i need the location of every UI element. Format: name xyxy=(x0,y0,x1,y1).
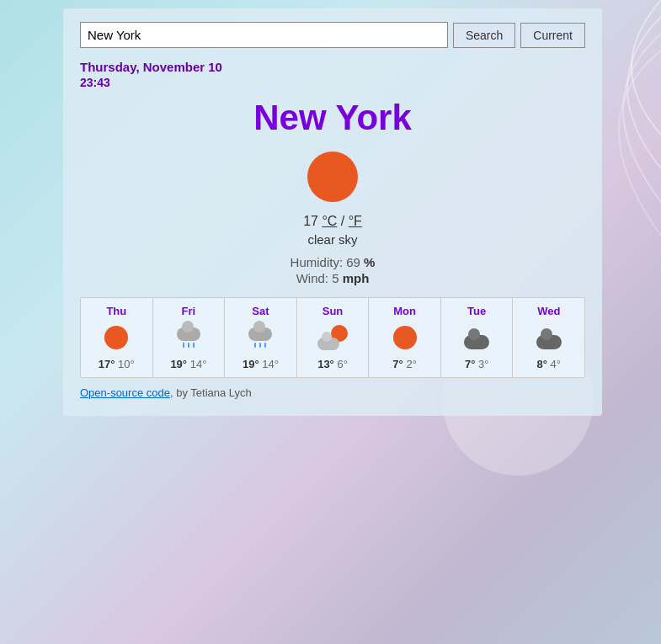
current-button[interactable]: Current xyxy=(520,23,585,48)
forecast-low: 10° xyxy=(118,358,135,370)
forecast-day-tue: Tue 7° 3° xyxy=(441,298,514,377)
cloud-shape xyxy=(177,327,200,341)
forecast-day-wed: Wed 8° 4° xyxy=(513,298,584,377)
footer: Open-source code, by Tetiana Lych xyxy=(80,386,585,399)
forecast-temps: 7° 2° xyxy=(372,358,437,370)
forecast-temps: 17° 10° xyxy=(84,358,149,370)
forecast-low: 6° xyxy=(337,358,347,370)
current-weather-icon xyxy=(80,152,585,205)
wind-label: Wind: xyxy=(296,271,328,285)
cloudy-icon xyxy=(535,326,563,349)
forecast-low: 14° xyxy=(190,358,207,370)
forecast-icon-mon xyxy=(372,322,437,353)
celsius-link[interactable]: °C xyxy=(322,214,337,228)
forecast-high: 13° xyxy=(317,358,334,370)
forecast-low: 3° xyxy=(478,358,488,370)
rain-drop xyxy=(193,343,195,348)
dark-cloud xyxy=(536,335,562,349)
forecast-day-sat: Sat 19° 14° xyxy=(225,298,297,377)
forecast-day-thu: Thu17° 10° xyxy=(81,298,153,377)
forecast-day-label: Sat xyxy=(228,305,293,317)
forecast-day-label: Sun xyxy=(301,305,365,317)
rain-icon xyxy=(177,327,200,348)
condition-display: clear sky xyxy=(80,232,585,247)
rain-icon xyxy=(248,327,272,348)
forecast-temps: 19° 14° xyxy=(157,358,221,370)
temperature-display: 17 °C / °F xyxy=(80,214,585,229)
date-display: Thursday, November 10 xyxy=(80,60,585,74)
rain-drops xyxy=(177,343,200,348)
temp-value: 17 xyxy=(303,214,318,228)
sun-icon xyxy=(104,326,128,349)
cloud-shape xyxy=(248,327,272,341)
fahrenheit-link[interactable]: °F xyxy=(349,214,362,228)
forecast-temps: 7° 3° xyxy=(445,358,509,370)
forecast-low: 4° xyxy=(551,358,561,370)
search-button[interactable]: Search xyxy=(453,23,515,48)
forecast-icon-sun xyxy=(301,322,365,353)
rain-drops xyxy=(248,343,272,348)
footer-by: , by Tetiana Lych xyxy=(170,386,252,399)
rain-drop xyxy=(264,343,266,348)
partly-cloudy-icon xyxy=(317,325,348,350)
forecast-high: 17° xyxy=(99,358,115,370)
sun-icon xyxy=(393,326,417,349)
time-display: 23:43 xyxy=(80,76,585,89)
forecast-row: Thu17° 10°Fri 19° 14°Sat xyxy=(80,297,585,378)
forecast-temps: 8° 4° xyxy=(516,358,581,370)
forecast-icon-fri xyxy=(157,322,221,353)
humidity-value: 69 xyxy=(346,255,360,269)
humidity-label: Humidity: xyxy=(291,255,344,269)
rain-drop xyxy=(259,343,261,348)
wind-display: Wind: 5 mph xyxy=(80,271,585,285)
humidity-unit: % xyxy=(364,255,375,269)
dark-cloud xyxy=(464,335,489,349)
search-row: Search Current xyxy=(80,22,585,48)
forecast-high: 7° xyxy=(465,358,475,370)
forecast-day-label: Wed xyxy=(516,305,581,317)
forecast-day-sun: Sun 13° 6° xyxy=(297,298,370,377)
rain-drop xyxy=(254,343,256,348)
forecast-high: 8° xyxy=(537,358,547,370)
forecast-day-label: Mon xyxy=(372,305,437,317)
forecast-day-label: Tue xyxy=(445,305,509,317)
app-container: Search Current Thursday, November 10 23:… xyxy=(63,8,602,416)
forecast-low: 2° xyxy=(406,358,416,370)
city-name: New York xyxy=(80,98,585,138)
forecast-day-label: Fri xyxy=(157,305,221,317)
forecast-day-mon: Mon7° 2° xyxy=(369,298,441,377)
forecast-day-label: Thu xyxy=(84,305,149,317)
cloudy-icon xyxy=(462,326,491,349)
forecast-low: 14° xyxy=(262,358,279,370)
forecast-icon-sat xyxy=(228,322,293,353)
sun-icon xyxy=(307,152,358,202)
search-input[interactable] xyxy=(80,22,448,48)
rain-drop xyxy=(183,343,184,348)
humidity-display: Humidity: 69 % xyxy=(80,255,585,269)
forecast-day-fri: Fri 19° 14° xyxy=(153,298,226,377)
wind-value: 5 xyxy=(332,271,338,285)
forecast-high: 19° xyxy=(243,358,259,370)
forecast-temps: 13° 6° xyxy=(301,358,365,370)
forecast-temps: 19° 14° xyxy=(228,358,293,370)
open-source-link[interactable]: Open-source code xyxy=(80,386,170,399)
forecast-high: 7° xyxy=(392,358,402,370)
wind-unit: mph xyxy=(343,271,370,285)
rain-drop xyxy=(188,343,189,348)
forecast-icon-thu xyxy=(84,322,149,353)
forecast-icon-wed xyxy=(516,322,581,353)
forecast-icon-tue xyxy=(445,322,509,353)
front-cloud xyxy=(317,338,339,350)
forecast-high: 19° xyxy=(170,358,187,370)
